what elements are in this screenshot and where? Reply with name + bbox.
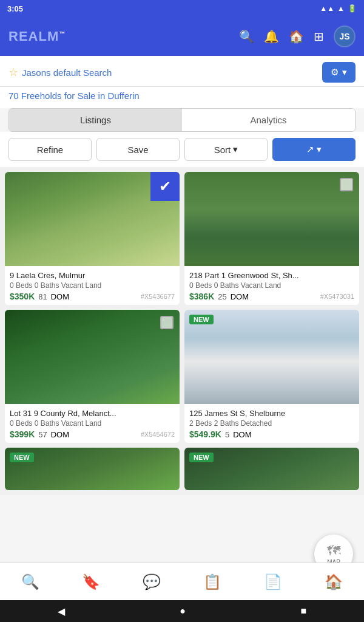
- type-label: Detached: [241, 419, 272, 428]
- listing-price-row: $386K 25 DOM #X5473031: [189, 292, 354, 301]
- listing-image: NEW: [5, 448, 180, 490]
- listings-grid: ✔ 9 Laela Cres, Mulmur 0 Beds 0 Baths Va…: [0, 167, 364, 448]
- result-count: 70 Freeholds for Sale in Dufferin: [0, 87, 364, 108]
- listing-meta: 2 Beds 2 Baths Detached: [189, 419, 354, 428]
- listing-info: Lot 31 9 County Rd, Melanct... 0 Beds 0 …: [5, 404, 180, 443]
- listing-dom: 25: [218, 292, 226, 301]
- dom-label: DOM: [51, 430, 69, 439]
- listing-checkbox[interactable]: [340, 178, 353, 191]
- saved-search-name[interactable]: ☆ Jasons default Search: [8, 66, 112, 79]
- search-section: ☆ Jasons default Search ⚙ ▾: [0, 56, 364, 87]
- selected-checkmark: ✔: [150, 172, 180, 201]
- tab-analytics[interactable]: Analytics: [182, 109, 355, 131]
- share-button[interactable]: ↗ ▾: [272, 138, 356, 161]
- map-button[interactable]: 🗺 MAP: [314, 535, 353, 556]
- baths-label: 2: [214, 419, 218, 428]
- share-dropdown-icon: ▾: [317, 144, 322, 155]
- listing-price-row: $399K 57 DOM #X5454672: [10, 429, 175, 439]
- dom-label: DOM: [51, 292, 69, 301]
- sort-label: Sort: [214, 145, 231, 155]
- battery-icon: 🔋: [348, 4, 357, 13]
- sort-button[interactable]: Sort ▾: [184, 138, 268, 161]
- logo-tm: ™: [59, 30, 66, 37]
- listing-image: [184, 172, 359, 266]
- new-badge: NEW: [10, 453, 34, 462]
- listing-price: $399K: [10, 429, 35, 439]
- baths-label: 0: [35, 419, 39, 428]
- listing-mls: #X5436677: [141, 293, 175, 300]
- home-nav-icon[interactable]: 🏠: [289, 29, 304, 44]
- listing-card[interactable]: Lot 31 9 County Rd, Melanct... 0 Beds 0 …: [5, 310, 180, 443]
- listing-dom: 81: [38, 292, 47, 301]
- listing-meta: 0 Beds 0 Baths Vacant Land: [10, 281, 175, 290]
- baths-label: 0: [35, 281, 39, 290]
- listing-price: $386K: [189, 292, 214, 301]
- listing-card-partial[interactable]: NEW: [184, 448, 359, 490]
- listing-card[interactable]: 218 Part 1 Greenwood St, Sh... 0 Beds 0 …: [184, 172, 359, 305]
- listing-meta: 0 Beds 0 Baths Vacant Land: [189, 281, 354, 290]
- beds-label: 0: [10, 419, 14, 428]
- type-label: Vacant Land: [241, 281, 281, 290]
- wifi-icon: ▲▲: [320, 4, 334, 13]
- listing-mls: #X5454672: [141, 431, 175, 438]
- listing-image: NEW: [184, 448, 359, 490]
- listing-tabs: Listings Analytics: [8, 108, 356, 132]
- dom-label: DOM: [231, 292, 249, 301]
- listing-info: 125 James St S, Shelburne 2 Beds 2 Baths…: [184, 404, 359, 443]
- refine-button[interactable]: Refine: [8, 138, 92, 161]
- listing-card-partial[interactable]: NEW: [5, 448, 180, 490]
- beds-label: 2: [189, 419, 194, 428]
- new-badge: NEW: [189, 315, 214, 324]
- status-time: 3:05: [7, 4, 23, 13]
- signal-icon: ▲: [337, 4, 345, 13]
- save-button[interactable]: Save: [96, 138, 180, 161]
- action-row: Refine Save Sort ▾ ↗ ▾: [0, 132, 364, 167]
- listing-meta: 0 Beds 0 Baths Vacant Land: [10, 419, 175, 428]
- share-arrow-icon: ↗: [306, 144, 314, 155]
- listing-mls: #X5473031: [320, 293, 354, 300]
- listing-address: 218 Part 1 Greenwood St, Sh...: [189, 271, 354, 280]
- dom-label: DOM: [233, 430, 251, 439]
- header: REALM™ 🔍 🔔 🏠 ⊞ JS: [0, 17, 364, 56]
- listing-price: $350K: [10, 292, 35, 301]
- settings-dropdown-icon: ▾: [342, 67, 347, 78]
- apps-icon[interactable]: ⊞: [314, 29, 324, 44]
- listing-image: NEW: [184, 310, 359, 404]
- partial-listings-row: NEW NEW: [0, 448, 364, 495]
- star-icon[interactable]: ☆: [8, 66, 18, 79]
- beds-label: 0: [10, 281, 14, 290]
- baths-label: 0: [214, 281, 218, 290]
- bell-icon[interactable]: 🔔: [264, 29, 279, 44]
- avatar[interactable]: JS: [334, 26, 356, 47]
- new-badge: NEW: [189, 453, 214, 462]
- listing-dom: 5: [225, 430, 229, 439]
- search-icon[interactable]: 🔍: [239, 29, 254, 44]
- listing-image: ✔: [5, 172, 180, 266]
- listing-info: 218 Part 1 Greenwood St, Sh... 0 Beds 0 …: [184, 266, 359, 305]
- tab-listings[interactable]: Listings: [9, 109, 182, 131]
- status-bar: 3:05 ▲▲ ▲ 🔋: [0, 0, 364, 17]
- sort-arrow-icon: ▾: [233, 144, 238, 155]
- listing-price: $549.9K: [189, 429, 221, 439]
- settings-button[interactable]: ⚙ ▾: [322, 62, 356, 83]
- type-label: Vacant Land: [61, 419, 102, 428]
- search-name-text: Jasons default Search: [22, 67, 112, 78]
- logo: REALM™: [8, 29, 66, 44]
- listing-dom: 57: [38, 430, 47, 439]
- listing-address: 9 Laela Cres, Mulmur: [10, 271, 175, 280]
- gear-icon: ⚙: [331, 67, 339, 78]
- listing-price-row: $350K 81 DOM #X5436677: [10, 292, 175, 301]
- beds-label: 0: [189, 281, 194, 290]
- map-icon: 🗺: [327, 543, 340, 556]
- listing-address: 125 James St S, Shelburne: [189, 409, 354, 418]
- listing-image: [5, 310, 180, 404]
- listing-info: 9 Laela Cres, Mulmur 0 Beds 0 Baths Vaca…: [5, 266, 180, 305]
- header-icons: 🔍 🔔 🏠 ⊞ JS: [239, 26, 356, 47]
- listing-address: Lot 31 9 County Rd, Melanct...: [10, 409, 175, 418]
- listing-price-row: $549.9K 5 DOM: [189, 429, 354, 439]
- type-label: Vacant Land: [61, 281, 102, 290]
- listing-card[interactable]: ✔ 9 Laela Cres, Mulmur 0 Beds 0 Baths Va…: [5, 172, 180, 305]
- listing-checkbox[interactable]: [160, 316, 174, 329]
- listing-card[interactable]: NEW 125 James St S, Shelburne 2 Beds 2 B…: [184, 310, 359, 443]
- status-icons: ▲▲ ▲ 🔋: [320, 4, 357, 13]
